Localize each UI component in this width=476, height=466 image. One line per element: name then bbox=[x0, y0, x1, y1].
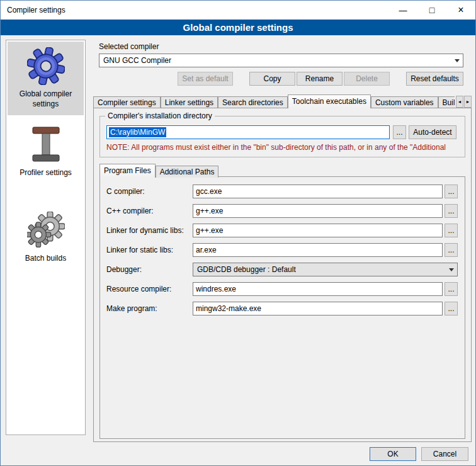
installation-note: NOTE: All programs must exist either in … bbox=[106, 143, 463, 152]
resource-compiler-label: Resource compiler: bbox=[106, 285, 193, 293]
chevron-down-icon bbox=[446, 263, 457, 276]
minimize-button[interactable]: — bbox=[388, 1, 417, 20]
titlebar: Compiler settings — □ × bbox=[1, 1, 475, 20]
installation-directory-browse-button[interactable]: ... bbox=[393, 125, 406, 139]
linker-static-label: Linker for static libs: bbox=[106, 246, 193, 254]
tab-linker-settings[interactable]: Linker settings bbox=[161, 96, 218, 108]
compiler-settings-window: Compiler settings — □ × Global compiler … bbox=[0, 0, 476, 466]
program-files-panel: C compiler: ... C++ compiler: ... Linker… bbox=[99, 176, 465, 439]
make-program-browse-button[interactable]: ... bbox=[445, 302, 458, 315]
cpp-compiler-label: C++ compiler: bbox=[106, 207, 193, 215]
linker-dynamic-browse-button[interactable]: ... bbox=[445, 224, 458, 237]
blue-gear-icon bbox=[26, 47, 65, 86]
sidebar-item-batch-builds[interactable]: Batch builds bbox=[8, 206, 84, 270]
linker-static-input[interactable] bbox=[193, 243, 443, 257]
cpp-compiler-input[interactable] bbox=[193, 204, 443, 218]
tab-scroll-right-icon[interactable]: ► bbox=[464, 96, 472, 108]
field-row-make-program: Make program: ... bbox=[106, 302, 458, 315]
settings-category-sidebar: Global compiler settings Profiler settin… bbox=[6, 40, 86, 435]
copy-button[interactable]: Copy bbox=[249, 72, 295, 86]
linker-dynamic-label: Linker for dynamic libs: bbox=[106, 226, 193, 235]
auto-detect-button[interactable]: Auto-detect bbox=[409, 125, 456, 139]
make-program-input[interactable] bbox=[193, 302, 443, 315]
installation-directory-group-label: Compiler's installation directory bbox=[105, 111, 215, 120]
delete-button[interactable]: Delete bbox=[344, 72, 390, 86]
close-button[interactable]: × bbox=[446, 1, 475, 20]
installation-directory-selected-text: C:\raylib\MinGW bbox=[109, 127, 166, 137]
sidebar-item-label: Batch builds bbox=[25, 254, 66, 264]
subtab-additional-paths[interactable]: Additional Paths bbox=[156, 166, 219, 178]
c-compiler-input[interactable] bbox=[193, 185, 443, 198]
linker-static-browse-button[interactable]: ... bbox=[445, 243, 458, 257]
set-as-default-button[interactable]: Set as default bbox=[178, 72, 233, 86]
sidebar-item-global-compiler-settings[interactable]: Global compiler settings bbox=[8, 42, 84, 115]
field-row-c-compiler: C compiler: ... bbox=[106, 185, 458, 198]
installation-directory-group: Compiler's installation directory C:\ray… bbox=[99, 116, 465, 157]
sidebar-item-label: Profiler settings bbox=[20, 168, 72, 178]
selected-compiler-value: GNU GCC Compiler bbox=[103, 56, 171, 65]
program-files-subtabbar: Program Files Additional Paths bbox=[99, 164, 218, 178]
make-program-label: Make program: bbox=[106, 304, 193, 313]
debugger-label: Debugger: bbox=[106, 265, 193, 274]
selected-compiler-dropdown[interactable]: GNU GCC Compiler bbox=[99, 54, 463, 67]
tab-scroll-left-icon[interactable]: ◄ bbox=[456, 96, 463, 108]
minimize-icon: — bbox=[399, 6, 407, 15]
selected-compiler-label: Selected compiler bbox=[99, 42, 159, 51]
tab-toolchain-executables[interactable]: Toolchain executables bbox=[288, 94, 371, 108]
sidebar-item-label: Global compiler settings bbox=[9, 89, 82, 109]
window-title: Compiler settings bbox=[1, 6, 65, 14]
resource-compiler-input[interactable] bbox=[193, 282, 443, 296]
resource-compiler-browse-button[interactable]: ... bbox=[445, 282, 458, 296]
cpp-compiler-browse-button[interactable]: ... bbox=[445, 204, 458, 218]
page-title: Global compiler settings bbox=[1, 20, 475, 35]
field-row-debugger: Debugger: GDB/CDB debugger : Default bbox=[106, 263, 458, 276]
profiler-tool-icon bbox=[26, 125, 65, 164]
settings-tabbar: Compiler settings Linker settings Search… bbox=[93, 94, 472, 108]
rename-button[interactable]: Rename bbox=[297, 72, 343, 86]
field-row-resource-compiler: Resource compiler: ... bbox=[106, 282, 458, 296]
field-row-linker-static: Linker for static libs: ... bbox=[106, 243, 458, 257]
tab-search-directories[interactable]: Search directories bbox=[218, 96, 288, 108]
window-controls: — □ × bbox=[388, 1, 475, 20]
debugger-value: GDB/CDB debugger : Default bbox=[197, 265, 296, 274]
installation-directory-input[interactable]: C:\raylib\MinGW bbox=[106, 125, 390, 139]
maximize-button[interactable]: □ bbox=[417, 1, 446, 20]
tab-compiler-settings[interactable]: Compiler settings bbox=[93, 96, 161, 108]
sidebar-item-profiler-settings[interactable]: Profiler settings bbox=[8, 120, 84, 185]
maximize-icon: □ bbox=[429, 5, 434, 15]
toolchain-executables-panel: Compiler's installation directory C:\ray… bbox=[93, 108, 472, 442]
subtab-program-files[interactable]: Program Files bbox=[99, 164, 156, 178]
reset-defaults-button[interactable]: Reset defaults bbox=[406, 72, 463, 86]
chevron-down-icon bbox=[451, 54, 463, 67]
field-row-cpp-compiler: C++ compiler: ... bbox=[106, 204, 458, 218]
cancel-button[interactable]: Cancel bbox=[421, 447, 468, 461]
gray-gears-icon bbox=[26, 211, 65, 250]
ok-button[interactable]: OK bbox=[370, 447, 416, 461]
c-compiler-browse-button[interactable]: ... bbox=[445, 185, 458, 198]
close-icon: × bbox=[458, 4, 463, 16]
tab-scroll-controls: ◄ ► bbox=[455, 96, 472, 108]
c-compiler-label: C compiler: bbox=[106, 187, 193, 196]
debugger-dropdown[interactable]: GDB/CDB debugger : Default bbox=[193, 263, 458, 276]
tab-custom-variables[interactable]: Custom variables bbox=[371, 96, 438, 108]
field-row-linker-dynamic: Linker for dynamic libs: ... bbox=[106, 224, 458, 237]
linker-dynamic-input[interactable] bbox=[193, 224, 443, 237]
